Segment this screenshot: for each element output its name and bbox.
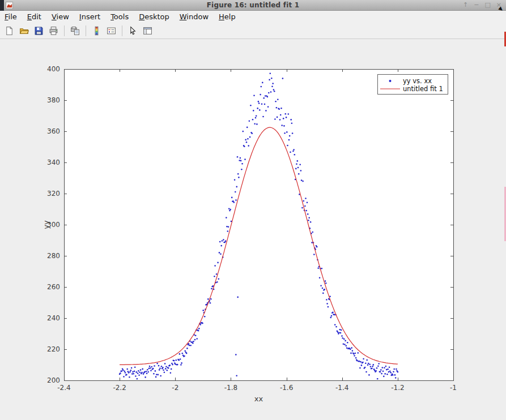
- svg-text:-1.2: -1.2: [391, 384, 404, 392]
- plot-area[interactable]: [64, 69, 453, 380]
- menu-window[interactable]: Window: [180, 12, 209, 21]
- window-title: Figure 16: untitled fit 1: [0, 0, 506, 10]
- minimize-button[interactable]: −: [474, 0, 479, 10]
- legend-entry-label: yy vs. xx: [403, 77, 432, 85]
- insert-legend-button[interactable]: [105, 24, 118, 37]
- menu-view[interactable]: View: [52, 12, 69, 21]
- menu-tools[interactable]: Tools: [110, 12, 129, 21]
- print-figure-button[interactable]: [47, 24, 60, 37]
- svg-text:360: 360: [47, 127, 60, 135]
- open-file-button[interactable]: [18, 24, 31, 37]
- menu-edit[interactable]: Edit: [27, 12, 41, 21]
- svg-text:240: 240: [47, 314, 60, 322]
- svg-text:400: 400: [47, 65, 60, 73]
- svg-text:-1.4: -1.4: [335, 384, 348, 392]
- matlab-window-icon: [6, 2, 13, 9]
- svg-text:-1.8: -1.8: [224, 384, 237, 392]
- svg-text:-2: -2: [172, 384, 178, 392]
- titlebar[interactable]: Figure 16: untitled fit 1 ↑−□×: [0, 0, 506, 11]
- axes-plot[interactable]: -2.4-2.2-2-1.8-1.6-1.4-1.2-1200220240260…: [0, 39, 506, 420]
- menu-file[interactable]: File: [5, 12, 17, 21]
- toolbar-separator: [64, 25, 65, 36]
- svg-text:220: 220: [47, 345, 60, 353]
- edit-plot-icon: [128, 26, 138, 36]
- property-inspector-icon: [143, 26, 152, 36]
- menu-help[interactable]: Help: [219, 12, 236, 21]
- figure-window: Figure 16: untitled fit 1 ↑−□× FileEditV…: [0, 0, 506, 420]
- legend-entry-label: untitled fit 1: [403, 85, 443, 93]
- shade-button[interactable]: ↑: [463, 0, 468, 10]
- legend-marker-dot: [389, 80, 392, 82]
- insert-colorbar-icon: [92, 26, 101, 36]
- toolbar-separator: [86, 25, 86, 36]
- new-figure-icon: [5, 26, 14, 36]
- y-axis-label: yy: [42, 220, 50, 229]
- maximize-button[interactable]: □: [484, 0, 490, 10]
- save-figure-button[interactable]: [32, 24, 45, 37]
- x-axis-label: xx: [254, 395, 263, 403]
- menu-insert[interactable]: Insert: [79, 12, 100, 21]
- menu-desktop[interactable]: Desktop: [139, 12, 169, 21]
- save-figure-icon: [34, 26, 44, 36]
- legend[interactable]: yy vs. xxuntitled fit 1: [378, 75, 448, 95]
- svg-text:200: 200: [47, 376, 60, 384]
- print-figure-icon: [49, 26, 58, 36]
- svg-text:280: 280: [47, 252, 60, 260]
- svg-text:380: 380: [47, 96, 60, 104]
- toolbar-separator: [122, 25, 122, 36]
- edit-plot-button[interactable]: [126, 24, 139, 37]
- figure-toolbar: [0, 23, 506, 39]
- insert-legend-icon: [107, 26, 116, 36]
- desktop-edge-artifact: [0, 0, 4, 11]
- svg-text:260: 260: [47, 283, 60, 291]
- menubar: FileEditViewInsertToolsDesktopWindowHelp: [0, 11, 506, 23]
- new-figure-button[interactable]: [3, 24, 16, 37]
- svg-text:320: 320: [47, 190, 60, 198]
- figure-canvas: -2.4-2.2-2-1.8-1.6-1.4-1.2-1200220240260…: [0, 39, 506, 420]
- print-preview-icon: [70, 26, 80, 36]
- svg-text:340: 340: [47, 158, 60, 166]
- svg-text:-2.4: -2.4: [57, 384, 70, 392]
- print-preview-button[interactable]: [69, 24, 82, 37]
- svg-text:-2.2: -2.2: [113, 384, 126, 392]
- svg-text:-1: -1: [450, 384, 457, 392]
- window-controls: ↑−□×: [463, 0, 501, 10]
- insert-colorbar-button[interactable]: [90, 24, 103, 37]
- property-inspector-button[interactable]: [141, 24, 154, 37]
- svg-text:-1.6: -1.6: [280, 384, 293, 392]
- open-file-icon: [19, 26, 29, 36]
